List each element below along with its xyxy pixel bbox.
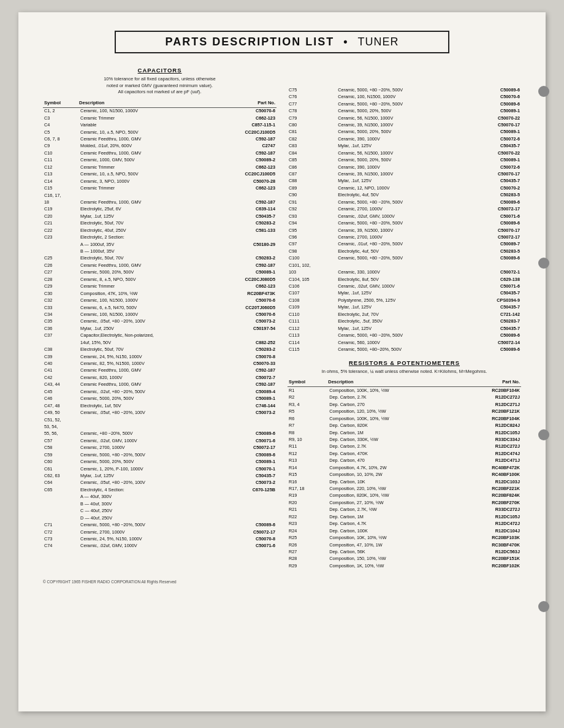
cell-symbol: C94 (288, 220, 335, 226)
cell-description: Ceramic Trimmer (78, 283, 217, 289)
table-row: C112Mylar, .1uf, 125VC50435-7 (288, 325, 521, 332)
cell-partno: C592-187 (217, 367, 276, 374)
cell-symbol: C22 (43, 227, 78, 234)
cell-symbol (43, 241, 78, 248)
cell-description: Composition, 220, 10%, ½W (327, 485, 458, 492)
table-row: R14Composition, 4.7K, 10%, 2WRC40BF472K (288, 464, 521, 471)
cell-description: Ceramic Feedthru, 1000, GMV (78, 367, 217, 374)
cell-symbol: R11 (288, 443, 327, 450)
table-row: C27Ceramic, 5000, 20%, 500VC50089-1 (43, 269, 276, 276)
col-partno: Part No. (217, 99, 276, 108)
cell-symbol: C80 (288, 121, 335, 128)
cell-symbol: R13 (288, 458, 327, 464)
table-row: C76Ceramic, 100, N1500, 1000VC50070-6 (288, 93, 521, 100)
table-row: B — 40uf, 300V (43, 500, 276, 507)
cell-partno: C50073-2 (217, 409, 276, 416)
cell-partno: C50089-6 (471, 220, 521, 226)
table-row: C93Ceramic, .02uf, GMV, 1000VC50071-6 (288, 213, 521, 220)
cell-partno: RC40BF100K (458, 471, 521, 478)
cell-symbol: C90 (288, 192, 335, 199)
cell-partno: C50435-7 (217, 472, 276, 479)
cell-partno: C50070-6 (217, 297, 276, 304)
cell-symbol: C89 (288, 185, 335, 191)
cell-description: Composition, 10, 10%, 2W (327, 471, 458, 478)
title-sub: TUNER (358, 36, 399, 48)
cell-symbol: R28 (288, 556, 327, 562)
cell-partno: C50070-17 (471, 171, 521, 177)
cell-symbol: C97 (288, 241, 335, 248)
cell-partno: RC20BF121K (458, 408, 521, 415)
cell-description: Ceramic, 56, N1500, 1000V (335, 150, 470, 156)
cell-symbol: C34 (43, 311, 78, 318)
cell-description: B — 1000uf, 35V (78, 248, 217, 255)
cell-partno: C50089-4 (217, 388, 276, 395)
cell-description: B — 40uf, 300V (78, 500, 217, 507)
table-row: C42Ceramic, 820, 1000VC50072-7 (43, 374, 276, 381)
cell-partno: R12DC474J (458, 450, 521, 457)
table-row: C59Ceramic, 5000, +80 −20%, 500VC50089-6 (43, 451, 276, 458)
cell-partno: C50070-22 (471, 115, 521, 121)
cell-symbol (43, 494, 78, 500)
cell-partno (217, 332, 276, 339)
cell-partno: C592-187 (217, 150, 276, 156)
cell-partno: C50070-8 (217, 353, 276, 360)
cell-partno: R12DC824J (458, 422, 521, 429)
table-row: C20Mylar, .1uf, 125VC50435-7 (43, 213, 276, 220)
cell-partno: C50073-2 (217, 480, 276, 486)
cell-partno: C639-114 (217, 206, 276, 213)
table-row: C34Ceramic, 100, N1500, 1000VC50070-6 (43, 311, 276, 318)
cell-partno: C662-123 (217, 185, 276, 191)
cell-description: Ceramic, 5000, +80 −20%, 500V (335, 255, 470, 262)
cell-description: Dep. Carbon, 2.7K, ½W (327, 507, 458, 513)
table-row: R9, 10Dep. Carbon, 330K, ½WR33DC334J (288, 436, 521, 443)
cell-partno: C50283-2 (217, 220, 276, 227)
cell-description: Electrolytic, 40uf, 250V (78, 227, 217, 234)
cell-symbol: C30 (43, 290, 78, 297)
cell-symbol: C47, 48 (43, 402, 78, 409)
cell-description: Electrolytic, 50uf, 70V (78, 220, 217, 227)
cell-partno: C50070-1 (217, 466, 276, 472)
table-row: C36Mylar, .1uf, 250VC50197-54 (43, 325, 276, 332)
table-row: C58Ceramic, 2700, 1000VC50072-17 (43, 445, 276, 451)
cell-description: Electrolytic, 1uf, 50V (78, 402, 217, 409)
cell-description: Mylar, .1uf, 125V (78, 472, 217, 479)
table-row: C79Ceramic, 56, N1500, 1000VC50070-22 (288, 115, 521, 121)
cell-description: Dep. Carbon, 56K (327, 548, 458, 555)
table-row: C107Mylar, .1uf, 125VC50435-7 (288, 290, 521, 297)
cell-description: Dep. Carbon, 100K (327, 527, 458, 534)
cell-description: A — 1000uf, 35V (78, 241, 217, 248)
cell-symbol: R7 (288, 422, 327, 429)
cell-partno: C50070-33 (217, 360, 276, 367)
cell-symbol: R23 (288, 520, 327, 527)
cell-description: Ceramic, +80 −20%, 500V (78, 431, 217, 437)
table-row: C90Electrolytic, 4uf, 50VC50283-5 (288, 192, 521, 199)
cell-partno: C50070-6 (471, 93, 521, 100)
cell-partno: C50089-6 (471, 346, 521, 353)
cell-symbol: C65 (43, 486, 78, 493)
table-row: C14Ceramic, 3, NPO, 1000VC50070-28 (43, 178, 276, 185)
cell-symbol: C12 (43, 164, 78, 171)
cell-description: Ceramic, 10, ±.5, NPO, 500V (78, 171, 217, 177)
cell-symbol: C75 (288, 86, 335, 93)
table-row: C101, 102, (288, 262, 521, 269)
cell-symbol: C61 (43, 466, 78, 472)
cell-symbol: C14 (43, 178, 78, 185)
cell-description: Polystyrene, 2500, 5%, 125V (335, 297, 470, 304)
table-row: C32Ceramic, 100, N1500, 1000VC50070-6 (43, 297, 276, 304)
cell-partno: R33DC272J (458, 507, 521, 513)
cell-symbol: C23 (43, 234, 78, 240)
cell-symbol: C41 (43, 367, 78, 374)
table-row: C3Ceramic TrimmerC662-123 (43, 115, 276, 121)
cell-description: Electrolytic, 2 Section: (78, 234, 217, 240)
cell-symbol: C19 (43, 206, 78, 213)
table-row: C71Ceramic, 5000, +80 −20%, 500VC50089-6 (43, 521, 276, 528)
cell-partno: C581-133 (217, 227, 276, 234)
left-column: CAPACITORS 10% tolerance for all fixed c… (43, 67, 276, 550)
cell-symbol: R16 (288, 478, 327, 485)
cell-symbol: C32 (43, 297, 78, 304)
table-row: C115Ceramic, 5000, +80−20%, 500VC50089-6 (288, 346, 521, 353)
table-row: C47, 48Electrolytic, 1uf, 50VC746-144 (43, 402, 276, 409)
table-row: R19Composition, 820K, 10%, ½WRC20BF824K (288, 492, 521, 499)
cell-description: Electrolytic, 50uf, 70V (78, 255, 217, 262)
cell-symbol: C43, 44 (43, 381, 78, 388)
